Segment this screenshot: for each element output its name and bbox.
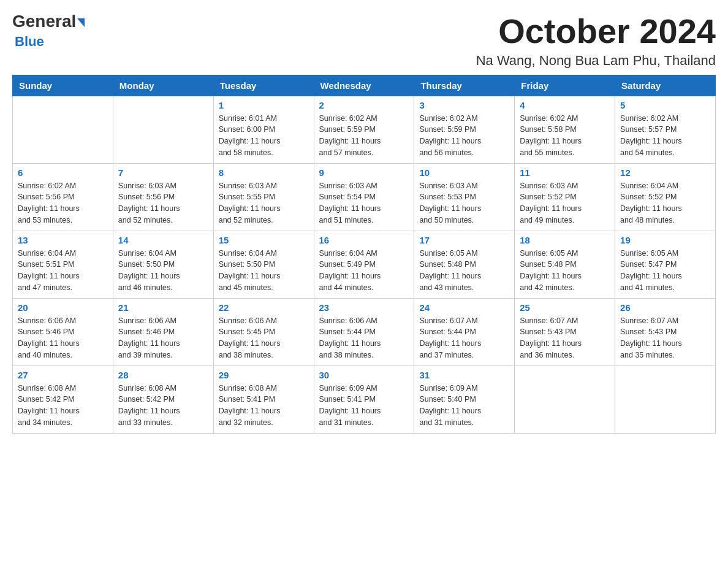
week-row-1: 1Sunrise: 6:01 AMSunset: 6:00 PMDaylight… bbox=[13, 96, 716, 163]
calendar-cell: 1Sunrise: 6:01 AMSunset: 6:00 PMDaylight… bbox=[213, 96, 314, 163]
calendar-cell bbox=[13, 96, 113, 163]
calendar-cell: 16Sunrise: 6:04 AMSunset: 5:49 PMDayligh… bbox=[314, 231, 414, 298]
calendar-cell: 15Sunrise: 6:04 AMSunset: 5:50 PMDayligh… bbox=[213, 231, 314, 298]
day-number: 17 bbox=[419, 235, 509, 245]
calendar-cell: 2Sunrise: 6:02 AMSunset: 5:59 PMDaylight… bbox=[314, 96, 414, 163]
day-info: Sunrise: 6:02 AMSunset: 5:59 PMDaylight:… bbox=[319, 113, 409, 159]
calendar-cell: 21Sunrise: 6:06 AMSunset: 5:46 PMDayligh… bbox=[113, 298, 213, 366]
day-number: 4 bbox=[520, 100, 610, 110]
calendar-cell: 13Sunrise: 6:04 AMSunset: 5:51 PMDayligh… bbox=[13, 231, 113, 298]
day-info: Sunrise: 6:02 AMSunset: 5:58 PMDaylight:… bbox=[520, 113, 610, 159]
day-info: Sunrise: 6:04 AMSunset: 5:50 PMDaylight:… bbox=[118, 248, 208, 294]
day-info: Sunrise: 6:05 AMSunset: 5:47 PMDaylight:… bbox=[620, 248, 710, 294]
title-area: October 2024 Na Wang, Nong Bua Lam Phu, … bbox=[476, 12, 716, 69]
week-row-3: 13Sunrise: 6:04 AMSunset: 5:51 PMDayligh… bbox=[13, 231, 716, 298]
day-info: Sunrise: 6:07 AMSunset: 5:44 PMDaylight:… bbox=[419, 315, 509, 361]
day-info: Sunrise: 6:04 AMSunset: 5:49 PMDaylight:… bbox=[319, 248, 409, 294]
day-number: 31 bbox=[419, 370, 509, 380]
calendar-cell: 9Sunrise: 6:03 AMSunset: 5:54 PMDaylight… bbox=[314, 163, 414, 231]
day-number: 21 bbox=[118, 302, 208, 313]
day-number: 10 bbox=[419, 167, 509, 178]
calendar-cell bbox=[515, 366, 615, 433]
day-info: Sunrise: 6:05 AMSunset: 5:48 PMDaylight:… bbox=[419, 248, 509, 294]
day-info: Sunrise: 6:06 AMSunset: 5:46 PMDaylight:… bbox=[118, 315, 208, 361]
day-number: 28 bbox=[118, 370, 208, 380]
page-header: General Blue October 2024 Na Wang, Nong … bbox=[12, 12, 716, 69]
day-number: 27 bbox=[18, 370, 108, 380]
day-info: Sunrise: 6:03 AMSunset: 5:56 PMDaylight:… bbox=[118, 180, 208, 226]
day-info: Sunrise: 6:05 AMSunset: 5:48 PMDaylight:… bbox=[520, 248, 610, 294]
day-info: Sunrise: 6:07 AMSunset: 5:43 PMDaylight:… bbox=[620, 315, 710, 361]
calendar-cell: 17Sunrise: 6:05 AMSunset: 5:48 PMDayligh… bbox=[414, 231, 515, 298]
calendar-cell: 25Sunrise: 6:07 AMSunset: 5:43 PMDayligh… bbox=[515, 298, 615, 366]
day-number: 6 bbox=[18, 167, 108, 178]
day-number: 19 bbox=[620, 235, 710, 245]
column-header-saturday: Saturday bbox=[615, 75, 716, 96]
day-number: 23 bbox=[319, 302, 409, 313]
day-info: Sunrise: 6:03 AMSunset: 5:52 PMDaylight:… bbox=[520, 180, 610, 226]
column-header-monday: Monday bbox=[113, 75, 213, 96]
column-header-sunday: Sunday bbox=[13, 75, 113, 96]
week-row-2: 6Sunrise: 6:02 AMSunset: 5:56 PMDaylight… bbox=[13, 163, 716, 231]
calendar-cell: 14Sunrise: 6:04 AMSunset: 5:50 PMDayligh… bbox=[113, 231, 213, 298]
calendar-cell: 7Sunrise: 6:03 AMSunset: 5:56 PMDaylight… bbox=[113, 163, 213, 231]
day-number: 5 bbox=[620, 100, 710, 110]
day-number: 14 bbox=[118, 235, 208, 245]
day-info: Sunrise: 6:04 AMSunset: 5:52 PMDaylight:… bbox=[620, 180, 710, 226]
calendar-table: SundayMondayTuesdayWednesdayThursdayFrid… bbox=[12, 75, 716, 434]
calendar-cell: 4Sunrise: 6:02 AMSunset: 5:58 PMDaylight… bbox=[515, 96, 615, 163]
day-info: Sunrise: 6:03 AMSunset: 5:55 PMDaylight:… bbox=[219, 180, 309, 226]
column-header-tuesday: Tuesday bbox=[213, 75, 314, 96]
day-info: Sunrise: 6:04 AMSunset: 5:51 PMDaylight:… bbox=[18, 248, 108, 294]
day-number: 11 bbox=[520, 167, 610, 178]
day-number: 30 bbox=[319, 370, 409, 380]
calendar-cell: 10Sunrise: 6:03 AMSunset: 5:53 PMDayligh… bbox=[414, 163, 515, 231]
day-number: 8 bbox=[219, 167, 309, 178]
day-info: Sunrise: 6:06 AMSunset: 5:44 PMDaylight:… bbox=[319, 315, 409, 361]
calendar-cell: 26Sunrise: 6:07 AMSunset: 5:43 PMDayligh… bbox=[615, 298, 716, 366]
logo: General Blue bbox=[12, 12, 85, 50]
day-info: Sunrise: 6:09 AMSunset: 5:41 PMDaylight:… bbox=[319, 383, 409, 429]
day-info: Sunrise: 6:02 AMSunset: 5:57 PMDaylight:… bbox=[620, 113, 710, 159]
day-number: 2 bbox=[319, 100, 409, 110]
calendar-cell: 20Sunrise: 6:06 AMSunset: 5:46 PMDayligh… bbox=[13, 298, 113, 366]
logo-text: General Blue bbox=[12, 12, 85, 50]
day-info: Sunrise: 6:03 AMSunset: 5:53 PMDaylight:… bbox=[419, 180, 509, 226]
calendar-cell: 29Sunrise: 6:08 AMSunset: 5:41 PMDayligh… bbox=[213, 366, 314, 433]
calendar-cell: 18Sunrise: 6:05 AMSunset: 5:48 PMDayligh… bbox=[515, 231, 615, 298]
day-number: 29 bbox=[219, 370, 309, 380]
day-info: Sunrise: 6:07 AMSunset: 5:43 PMDaylight:… bbox=[520, 315, 610, 361]
calendar-cell: 8Sunrise: 6:03 AMSunset: 5:55 PMDaylight… bbox=[213, 163, 314, 231]
location-title: Na Wang, Nong Bua Lam Phu, Thailand bbox=[476, 53, 716, 69]
day-info: Sunrise: 6:01 AMSunset: 6:00 PMDaylight:… bbox=[219, 113, 309, 159]
day-number: 1 bbox=[219, 100, 309, 110]
calendar-cell: 30Sunrise: 6:09 AMSunset: 5:41 PMDayligh… bbox=[314, 366, 414, 433]
day-number: 15 bbox=[219, 235, 309, 245]
calendar-cell bbox=[615, 366, 716, 433]
month-title: October 2024 bbox=[476, 12, 716, 50]
calendar-cell: 11Sunrise: 6:03 AMSunset: 5:52 PMDayligh… bbox=[515, 163, 615, 231]
day-number: 26 bbox=[620, 302, 710, 313]
day-number: 12 bbox=[620, 167, 710, 178]
day-info: Sunrise: 6:06 AMSunset: 5:45 PMDaylight:… bbox=[219, 315, 309, 361]
day-info: Sunrise: 6:04 AMSunset: 5:50 PMDaylight:… bbox=[219, 248, 309, 294]
day-info: Sunrise: 6:03 AMSunset: 5:54 PMDaylight:… bbox=[319, 180, 409, 226]
day-info: Sunrise: 6:08 AMSunset: 5:42 PMDaylight:… bbox=[118, 383, 208, 429]
day-number: 3 bbox=[419, 100, 509, 110]
calendar-cell: 28Sunrise: 6:08 AMSunset: 5:42 PMDayligh… bbox=[113, 366, 213, 433]
day-info: Sunrise: 6:02 AMSunset: 5:56 PMDaylight:… bbox=[18, 180, 108, 226]
day-number: 9 bbox=[319, 167, 409, 178]
week-row-4: 20Sunrise: 6:06 AMSunset: 5:46 PMDayligh… bbox=[13, 298, 716, 366]
calendar-cell: 12Sunrise: 6:04 AMSunset: 5:52 PMDayligh… bbox=[615, 163, 716, 231]
day-info: Sunrise: 6:06 AMSunset: 5:46 PMDaylight:… bbox=[18, 315, 108, 361]
calendar-cell: 31Sunrise: 6:09 AMSunset: 5:40 PMDayligh… bbox=[414, 366, 515, 433]
week-row-5: 27Sunrise: 6:08 AMSunset: 5:42 PMDayligh… bbox=[13, 366, 716, 433]
day-number: 20 bbox=[18, 302, 108, 313]
day-number: 16 bbox=[319, 235, 409, 245]
day-info: Sunrise: 6:09 AMSunset: 5:40 PMDaylight:… bbox=[419, 383, 509, 429]
calendar-cell: 23Sunrise: 6:06 AMSunset: 5:44 PMDayligh… bbox=[314, 298, 414, 366]
calendar-cell: 6Sunrise: 6:02 AMSunset: 5:56 PMDaylight… bbox=[13, 163, 113, 231]
column-header-thursday: Thursday bbox=[414, 75, 515, 96]
calendar-cell: 3Sunrise: 6:02 AMSunset: 5:59 PMDaylight… bbox=[414, 96, 515, 163]
day-number: 13 bbox=[18, 235, 108, 245]
